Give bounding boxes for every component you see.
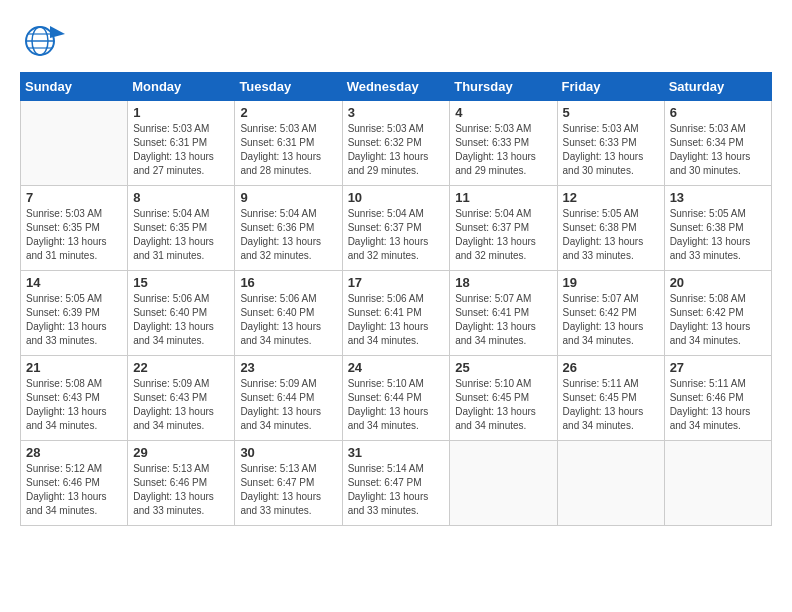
weekday-header-row: SundayMondayTuesdayWednesdayThursdayFrid…	[21, 73, 772, 101]
weekday-header-sunday: Sunday	[21, 73, 128, 101]
day-number: 3	[348, 105, 445, 120]
day-info: Sunrise: 5:04 AM Sunset: 6:36 PM Dayligh…	[240, 207, 336, 263]
calendar-cell: 26Sunrise: 5:11 AM Sunset: 6:45 PM Dayli…	[557, 356, 664, 441]
calendar-cell: 30Sunrise: 5:13 AM Sunset: 6:47 PM Dayli…	[235, 441, 342, 526]
calendar-cell: 28Sunrise: 5:12 AM Sunset: 6:46 PM Dayli…	[21, 441, 128, 526]
day-info: Sunrise: 5:10 AM Sunset: 6:45 PM Dayligh…	[455, 377, 551, 433]
day-info: Sunrise: 5:09 AM Sunset: 6:44 PM Dayligh…	[240, 377, 336, 433]
logo	[20, 20, 74, 62]
day-info: Sunrise: 5:07 AM Sunset: 6:42 PM Dayligh…	[563, 292, 659, 348]
day-info: Sunrise: 5:05 AM Sunset: 6:38 PM Dayligh…	[563, 207, 659, 263]
day-number: 6	[670, 105, 766, 120]
calendar-cell: 18Sunrise: 5:07 AM Sunset: 6:41 PM Dayli…	[450, 271, 557, 356]
day-number: 15	[133, 275, 229, 290]
calendar-cell: 11Sunrise: 5:04 AM Sunset: 6:37 PM Dayli…	[450, 186, 557, 271]
calendar-cell: 2Sunrise: 5:03 AM Sunset: 6:31 PM Daylig…	[235, 101, 342, 186]
weekday-header-wednesday: Wednesday	[342, 73, 450, 101]
calendar-cell: 9Sunrise: 5:04 AM Sunset: 6:36 PM Daylig…	[235, 186, 342, 271]
day-number: 9	[240, 190, 336, 205]
calendar-cell: 15Sunrise: 5:06 AM Sunset: 6:40 PM Dayli…	[128, 271, 235, 356]
day-number: 27	[670, 360, 766, 375]
calendar-cell: 27Sunrise: 5:11 AM Sunset: 6:46 PM Dayli…	[664, 356, 771, 441]
calendar-cell	[450, 441, 557, 526]
day-number: 30	[240, 445, 336, 460]
day-number: 23	[240, 360, 336, 375]
calendar-cell: 16Sunrise: 5:06 AM Sunset: 6:40 PM Dayli…	[235, 271, 342, 356]
day-number: 26	[563, 360, 659, 375]
day-info: Sunrise: 5:03 AM Sunset: 6:34 PM Dayligh…	[670, 122, 766, 178]
calendar-cell: 3Sunrise: 5:03 AM Sunset: 6:32 PM Daylig…	[342, 101, 450, 186]
calendar-cell: 21Sunrise: 5:08 AM Sunset: 6:43 PM Dayli…	[21, 356, 128, 441]
day-info: Sunrise: 5:04 AM Sunset: 6:37 PM Dayligh…	[348, 207, 445, 263]
day-info: Sunrise: 5:06 AM Sunset: 6:41 PM Dayligh…	[348, 292, 445, 348]
day-info: Sunrise: 5:06 AM Sunset: 6:40 PM Dayligh…	[133, 292, 229, 348]
day-number: 28	[26, 445, 122, 460]
day-info: Sunrise: 5:13 AM Sunset: 6:47 PM Dayligh…	[240, 462, 336, 518]
day-info: Sunrise: 5:04 AM Sunset: 6:37 PM Dayligh…	[455, 207, 551, 263]
day-info: Sunrise: 5:03 AM Sunset: 6:35 PM Dayligh…	[26, 207, 122, 263]
day-number: 24	[348, 360, 445, 375]
day-info: Sunrise: 5:13 AM Sunset: 6:46 PM Dayligh…	[133, 462, 229, 518]
calendar-cell: 22Sunrise: 5:09 AM Sunset: 6:43 PM Dayli…	[128, 356, 235, 441]
svg-marker-5	[50, 26, 65, 38]
day-number: 21	[26, 360, 122, 375]
calendar-cell: 12Sunrise: 5:05 AM Sunset: 6:38 PM Dayli…	[557, 186, 664, 271]
calendar-cell: 20Sunrise: 5:08 AM Sunset: 6:42 PM Dayli…	[664, 271, 771, 356]
calendar-table: SundayMondayTuesdayWednesdayThursdayFrid…	[20, 72, 772, 526]
day-info: Sunrise: 5:10 AM Sunset: 6:44 PM Dayligh…	[348, 377, 445, 433]
day-number: 18	[455, 275, 551, 290]
calendar-cell: 29Sunrise: 5:13 AM Sunset: 6:46 PM Dayli…	[128, 441, 235, 526]
calendar-cell	[557, 441, 664, 526]
day-info: Sunrise: 5:07 AM Sunset: 6:41 PM Dayligh…	[455, 292, 551, 348]
calendar-cell: 25Sunrise: 5:10 AM Sunset: 6:45 PM Dayli…	[450, 356, 557, 441]
day-info: Sunrise: 5:03 AM Sunset: 6:33 PM Dayligh…	[563, 122, 659, 178]
day-info: Sunrise: 5:08 AM Sunset: 6:43 PM Dayligh…	[26, 377, 122, 433]
day-info: Sunrise: 5:03 AM Sunset: 6:33 PM Dayligh…	[455, 122, 551, 178]
day-number: 11	[455, 190, 551, 205]
weekday-header-thursday: Thursday	[450, 73, 557, 101]
calendar-cell: 14Sunrise: 5:05 AM Sunset: 6:39 PM Dayli…	[21, 271, 128, 356]
day-info: Sunrise: 5:05 AM Sunset: 6:38 PM Dayligh…	[670, 207, 766, 263]
day-number: 2	[240, 105, 336, 120]
day-number: 31	[348, 445, 445, 460]
weekday-header-friday: Friday	[557, 73, 664, 101]
calendar-cell: 23Sunrise: 5:09 AM Sunset: 6:44 PM Dayli…	[235, 356, 342, 441]
day-number: 4	[455, 105, 551, 120]
week-row-1: 1Sunrise: 5:03 AM Sunset: 6:31 PM Daylig…	[21, 101, 772, 186]
day-number: 13	[670, 190, 766, 205]
day-info: Sunrise: 5:08 AM Sunset: 6:42 PM Dayligh…	[670, 292, 766, 348]
day-info: Sunrise: 5:04 AM Sunset: 6:35 PM Dayligh…	[133, 207, 229, 263]
calendar-cell	[664, 441, 771, 526]
calendar-cell: 19Sunrise: 5:07 AM Sunset: 6:42 PM Dayli…	[557, 271, 664, 356]
calendar-cell: 24Sunrise: 5:10 AM Sunset: 6:44 PM Dayli…	[342, 356, 450, 441]
logo-icon	[20, 20, 70, 62]
week-row-4: 21Sunrise: 5:08 AM Sunset: 6:43 PM Dayli…	[21, 356, 772, 441]
day-number: 5	[563, 105, 659, 120]
calendar-cell: 13Sunrise: 5:05 AM Sunset: 6:38 PM Dayli…	[664, 186, 771, 271]
day-number: 12	[563, 190, 659, 205]
calendar-cell: 31Sunrise: 5:14 AM Sunset: 6:47 PM Dayli…	[342, 441, 450, 526]
day-number: 20	[670, 275, 766, 290]
calendar-cell: 10Sunrise: 5:04 AM Sunset: 6:37 PM Dayli…	[342, 186, 450, 271]
day-info: Sunrise: 5:03 AM Sunset: 6:32 PM Dayligh…	[348, 122, 445, 178]
week-row-2: 7Sunrise: 5:03 AM Sunset: 6:35 PM Daylig…	[21, 186, 772, 271]
day-info: Sunrise: 5:05 AM Sunset: 6:39 PM Dayligh…	[26, 292, 122, 348]
calendar-cell: 17Sunrise: 5:06 AM Sunset: 6:41 PM Dayli…	[342, 271, 450, 356]
calendar-cell: 8Sunrise: 5:04 AM Sunset: 6:35 PM Daylig…	[128, 186, 235, 271]
day-number: 25	[455, 360, 551, 375]
day-number: 14	[26, 275, 122, 290]
weekday-header-saturday: Saturday	[664, 73, 771, 101]
day-number: 29	[133, 445, 229, 460]
day-info: Sunrise: 5:11 AM Sunset: 6:45 PM Dayligh…	[563, 377, 659, 433]
calendar-cell	[21, 101, 128, 186]
day-number: 1	[133, 105, 229, 120]
calendar-cell: 4Sunrise: 5:03 AM Sunset: 6:33 PM Daylig…	[450, 101, 557, 186]
day-info: Sunrise: 5:12 AM Sunset: 6:46 PM Dayligh…	[26, 462, 122, 518]
weekday-header-monday: Monday	[128, 73, 235, 101]
day-number: 22	[133, 360, 229, 375]
calendar-cell: 1Sunrise: 5:03 AM Sunset: 6:31 PM Daylig…	[128, 101, 235, 186]
day-number: 16	[240, 275, 336, 290]
day-info: Sunrise: 5:03 AM Sunset: 6:31 PM Dayligh…	[133, 122, 229, 178]
day-info: Sunrise: 5:03 AM Sunset: 6:31 PM Dayligh…	[240, 122, 336, 178]
week-row-3: 14Sunrise: 5:05 AM Sunset: 6:39 PM Dayli…	[21, 271, 772, 356]
